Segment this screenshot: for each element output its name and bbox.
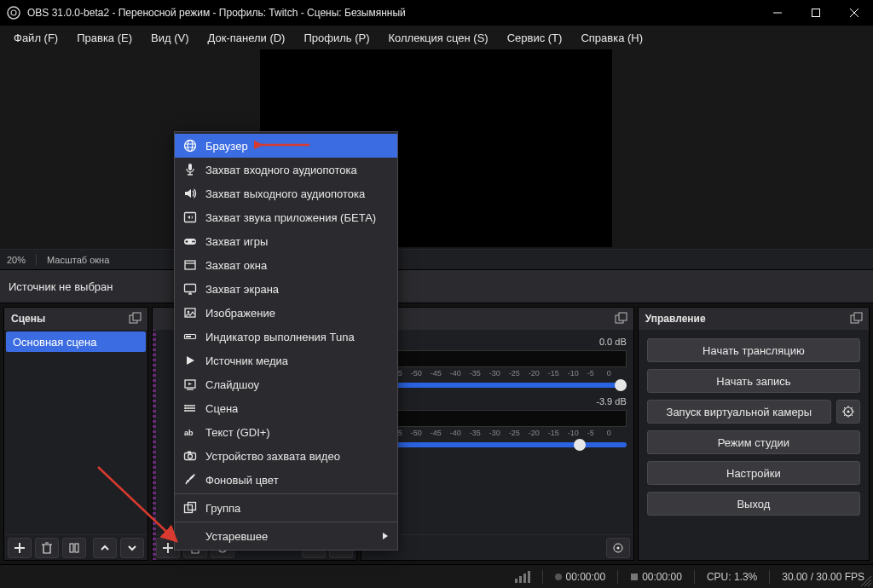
volume-slider[interactable] (368, 383, 627, 388)
ctx-item-label: Захват окна (205, 259, 267, 272)
menu-view[interactable]: Вид (V) (142, 28, 197, 48)
ctx-item-monitor[interactable]: Захват экрана (175, 277, 397, 301)
menu-scene-collection[interactable]: Коллекция сцен (S) (380, 28, 497, 48)
mic-icon (183, 163, 197, 176)
window-icon (183, 258, 197, 272)
move-scene-down-button[interactable] (120, 538, 144, 558)
add-source-context-menu: БраузерЗахват входного аудиопотокаЗахват… (174, 131, 398, 551)
maximize-button[interactable] (796, 0, 835, 26)
dock-popout-icon[interactable] (615, 312, 628, 326)
ctx-item-text[interactable]: abТекст (GDI+) (175, 420, 397, 444)
svg-point-33 (184, 407, 186, 409)
ctx-item-label: Захват экрана (205, 283, 279, 296)
resize-grip-icon[interactable] (859, 574, 871, 586)
ctx-item-label: Захват входного аудиопотока (205, 164, 357, 176)
start-record-button[interactable]: Начать запись (647, 369, 860, 393)
scale-mode[interactable]: Масштаб окна (47, 255, 109, 265)
ctx-item-camera[interactable]: Устройство захвата видео (175, 444, 397, 468)
svg-rect-14 (854, 313, 862, 320)
svg-point-12 (616, 546, 619, 549)
window-title: OBS 31.0.0-beta2 - Переносной режим - Пр… (27, 7, 758, 19)
ctx-item-image[interactable]: Изображение (175, 301, 397, 325)
ctx-item-slideshow[interactable]: Слайдшоу (175, 372, 397, 396)
ctx-item-label: Группа (205, 502, 240, 515)
audio-mixer-header[interactable]: звука (361, 308, 633, 330)
ctx-item-mic[interactable]: Захват входного аудиопотока (175, 158, 397, 182)
menu-file[interactable]: Файл (F) (5, 28, 66, 48)
ctx-item-app-audio[interactable]: Захват звука приложения (БЕТА) (175, 205, 397, 229)
ctx-item-progress[interactable]: Индикатор выполнения Tuna (175, 325, 397, 349)
scenes-panel-header[interactable]: Сцены (4, 308, 147, 330)
source-info-bar: Источник не выбран (0, 269, 873, 303)
start-stream-button[interactable]: Начать трансляцию (647, 338, 860, 362)
preview-area[interactable] (0, 49, 873, 249)
preview-status-bar: 20% Масштаб окна (0, 249, 873, 269)
menu-tools[interactable]: Сервис (T) (499, 28, 571, 48)
ctx-item-gamepad[interactable]: Захват игры (175, 229, 397, 253)
close-button[interactable] (835, 0, 873, 26)
dock-popout-icon[interactable] (129, 312, 142, 326)
svg-point-16 (847, 411, 850, 413)
ctx-item-label: Изображение (205, 307, 275, 320)
mixer-toolbar (361, 534, 633, 560)
ctx-item-window[interactable]: Захват окна (175, 253, 397, 277)
ctx-item-scene[interactable]: Сцена (175, 396, 397, 420)
svg-rect-5 (70, 544, 73, 552)
ctx-item-group[interactable]: Группа (175, 496, 397, 520)
network-signal-icon (515, 571, 530, 583)
scene-icon (183, 401, 197, 415)
controls-panel-title: Управление (645, 313, 706, 325)
menu-help[interactable]: Справка (H) (572, 28, 651, 48)
scene-item[interactable]: Основная сцена (6, 331, 146, 352)
minimize-button[interactable] (758, 0, 796, 26)
move-scene-up-button[interactable] (93, 538, 117, 558)
text-icon: ab (183, 425, 197, 439)
camera-icon (183, 449, 197, 463)
dock-container: Сцены Основная сцена (0, 303, 873, 564)
ctx-item-globe[interactable]: Браузер (175, 134, 397, 158)
menu-profile[interactable]: Профиль (P) (295, 28, 378, 48)
start-virtual-cam-button[interactable]: Запуск виртуальной камеры (647, 400, 831, 424)
ctx-item-label: Текст (GDI+) (205, 426, 270, 439)
menu-edit[interactable]: Правка (E) (68, 28, 141, 48)
sources-panel-grip[interactable] (153, 308, 156, 560)
svg-rect-17 (631, 574, 638, 580)
ctx-item-label: Индикатор выполнения Tuna (205, 331, 355, 343)
svg-rect-25 (185, 261, 195, 269)
zoom-level[interactable]: 20% (7, 255, 26, 265)
ctx-item-media[interactable]: Источник медиа (175, 349, 397, 372)
svg-rect-30 (186, 336, 191, 337)
source-not-selected-label: Источник не выбран (9, 280, 113, 293)
controls-panel: Управление Начать трансляцию Начать запи… (638, 307, 870, 561)
studio-mode-button[interactable]: Режим студии (647, 430, 860, 454)
settings-button[interactable]: Настройки (647, 461, 860, 485)
scenes-list: Основная сцена (4, 330, 147, 534)
scenes-panel-title: Сцены (11, 313, 45, 325)
volume-slider[interactable] (368, 442, 627, 447)
blank-icon (183, 529, 197, 543)
controls-panel-header[interactable]: Управление (639, 308, 869, 330)
stream-time: 00:00:00 (555, 571, 605, 583)
ctx-item-deprecated[interactable]: Устаревшее (175, 524, 397, 548)
remove-scene-button[interactable] (35, 538, 59, 558)
mixer-settings-button[interactable] (606, 538, 630, 558)
progress-icon (183, 330, 197, 343)
globe-icon (183, 139, 197, 153)
virtual-cam-settings-button[interactable] (836, 400, 860, 424)
ctx-item-brush[interactable]: Фоновый цвет (175, 468, 397, 492)
titlebar: OBS 31.0.0-beta2 - Переносной режим - Пр… (0, 0, 873, 26)
menu-docks[interactable]: Док-панели (D) (199, 28, 294, 48)
media-icon (183, 354, 197, 367)
scene-filters-button[interactable] (62, 538, 86, 558)
ctx-item-speaker[interactable]: Захват выходного аудиопотока (175, 182, 397, 205)
svg-rect-26 (185, 285, 196, 292)
svg-rect-20 (188, 164, 192, 170)
ctx-item-label: Источник медиа (205, 355, 288, 367)
dock-popout-icon[interactable] (850, 312, 864, 326)
cpu-usage: CPU: 1.3% (707, 571, 757, 583)
add-scene-button[interactable] (8, 538, 32, 558)
svg-point-32 (184, 405, 186, 406)
exit-button[interactable]: Выход (647, 492, 860, 516)
ctx-item-label: Слайдшоу (205, 378, 259, 391)
channel-db: 0.0 dB (599, 337, 627, 347)
